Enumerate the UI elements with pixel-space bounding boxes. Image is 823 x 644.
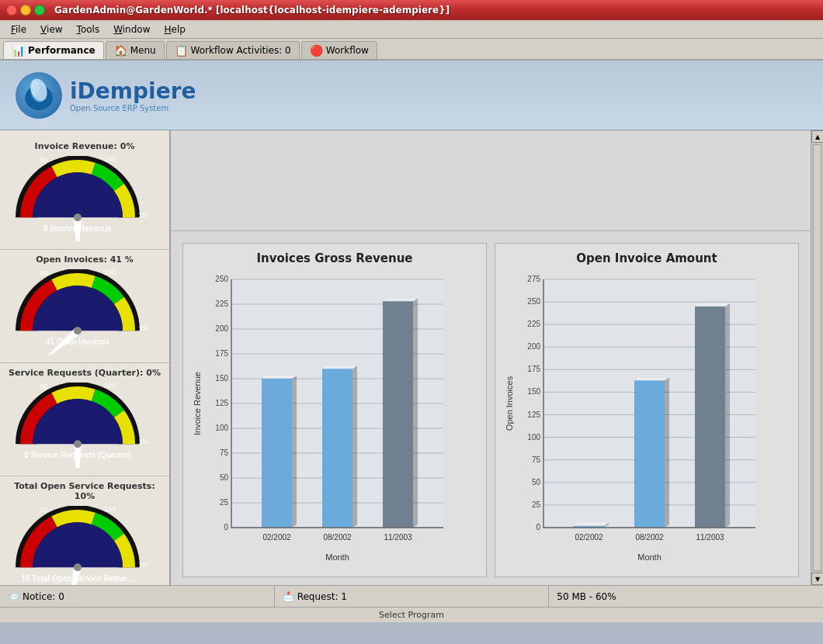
gauge-invoice-revenue: Invoice Revenue: 0% (0, 137, 169, 250)
titlebar: GardenAdmin@GardenWorld.* [localhost{loc… (0, 0, 823, 20)
right-area: Invoices Gross Revenue Open Invoice Amou… (171, 130, 823, 585)
gauge-service-requests-title: Service Requests (Quarter): 0% (8, 368, 161, 378)
menu-help[interactable]: Help (158, 23, 191, 36)
gauge-total-open-service-title: Total Open Service Requests: 10% (8, 481, 161, 501)
select-program-label: Select Program (379, 610, 444, 620)
chart-igr-canvas (191, 272, 455, 566)
app-name: iDempiere (70, 78, 196, 104)
logo-area: iDempiere Open Source ERP System (0, 61, 823, 130)
tab-performance[interactable]: 📊 Performance (3, 41, 104, 59)
top-chart-area (171, 130, 811, 231)
menu-window[interactable]: Window (107, 23, 156, 36)
gauge-open-invoices-canvas (8, 269, 148, 355)
window-controls (6, 5, 45, 16)
tab-menu[interactable]: 🏠 Menu (106, 41, 165, 59)
status-memory: 50 MB - 60% (549, 586, 823, 607)
gauge-service-requests-canvas (8, 383, 148, 468)
scroll-thumb[interactable] (813, 144, 821, 571)
svg-point-0 (25, 85, 53, 110)
chart-open-invoice-amount: Open Invoice Amount (495, 243, 799, 577)
performance-icon: 📊 (12, 44, 25, 57)
window-title: GardenAdmin@GardenWorld.* [localhost{loc… (54, 5, 450, 16)
menu-icon: 🏠 (114, 44, 127, 57)
gauge-panel: Invoice Revenue: 0% Open Invoices: 41 % … (0, 130, 171, 585)
workflow-icon: 🔴 (310, 44, 323, 57)
scroll-up-button[interactable]: ▲ (811, 130, 823, 143)
tab-workflow-activities[interactable]: 📋 Workflow Activities: 0 (166, 41, 300, 59)
logo-text-area: iDempiere Open Source ERP System (70, 78, 196, 113)
menu-view[interactable]: View (34, 23, 68, 36)
gauge-open-invoices-title: Open Invoices: 41 % (8, 254, 161, 265)
charts-row: Invoices Gross Revenue Open Invoice Amou… (171, 231, 811, 585)
maximize-button[interactable] (34, 5, 45, 16)
tab-workflow[interactable]: 🔴 Workflow (301, 41, 377, 59)
request-icon: 📩 (283, 591, 294, 602)
gauge-service-requests: Service Requests (Quarter): 0% (0, 363, 169, 476)
gauge-open-invoices: Open Invoices: 41 % (0, 250, 169, 363)
gauge-invoice-revenue-canvas (8, 156, 148, 241)
scroll-down-button[interactable]: ▼ (811, 573, 823, 585)
svg-point-2 (30, 80, 40, 95)
gauge-total-open-service: Total Open Service Requests: 10% (0, 476, 169, 585)
tab-performance-label: Performance (28, 45, 95, 56)
content-area: Invoice Revenue: 0% Open Invoices: 41 % … (0, 130, 823, 585)
notice-icon: 📨 (8, 591, 19, 602)
notice-text: Notice: 0 (23, 591, 64, 602)
status-request: 📩 Request: 1 (275, 586, 550, 607)
tab-menu-label: Menu (130, 45, 156, 56)
gauge-invoice-revenue-title: Invoice Revenue: 0% (8, 141, 161, 151)
svg-point-1 (31, 81, 47, 102)
status-notice: 📨 Notice: 0 (0, 586, 275, 607)
chart-oia-canvas (503, 272, 767, 566)
vertical-scrollbar[interactable]: ▲ ▼ (811, 130, 823, 585)
tab-workflow-label: Workflow (326, 45, 369, 56)
chart-invoices-gross-revenue: Invoices Gross Revenue (182, 243, 487, 577)
gauge-total-open-service-canvas (8, 506, 148, 585)
tab-workflow-activities-label: Workflow Activities: 0 (191, 45, 291, 56)
memory-text: 50 MB - 60% (557, 591, 616, 602)
minimize-button[interactable] (20, 5, 31, 16)
tabbar: 📊 Performance 🏠 Menu 📋 Workflow Activiti… (0, 39, 823, 61)
app-tagline: Open Source ERP System (70, 104, 196, 113)
menu-file[interactable]: File (5, 23, 33, 36)
menubar: File View Tools Window Help (0, 20, 823, 39)
bottombar: Select Program (0, 607, 823, 622)
chart-igr-title: Invoices Gross Revenue (191, 251, 478, 265)
workflow-activities-icon: 📋 (175, 44, 188, 57)
main-area: iDempiere Open Source ERP System Invoice… (0, 61, 823, 622)
statusbar: 📨 Notice: 0 📩 Request: 1 50 MB - 60% (0, 585, 823, 607)
chart-oia-title: Open Invoice Amount (503, 251, 790, 265)
chart-panel: Invoices Gross Revenue Open Invoice Amou… (171, 130, 811, 585)
close-button[interactable] (6, 5, 17, 16)
menu-tools[interactable]: Tools (71, 23, 106, 36)
request-text: Request: 1 (297, 591, 347, 602)
logo-icon (16, 72, 62, 119)
